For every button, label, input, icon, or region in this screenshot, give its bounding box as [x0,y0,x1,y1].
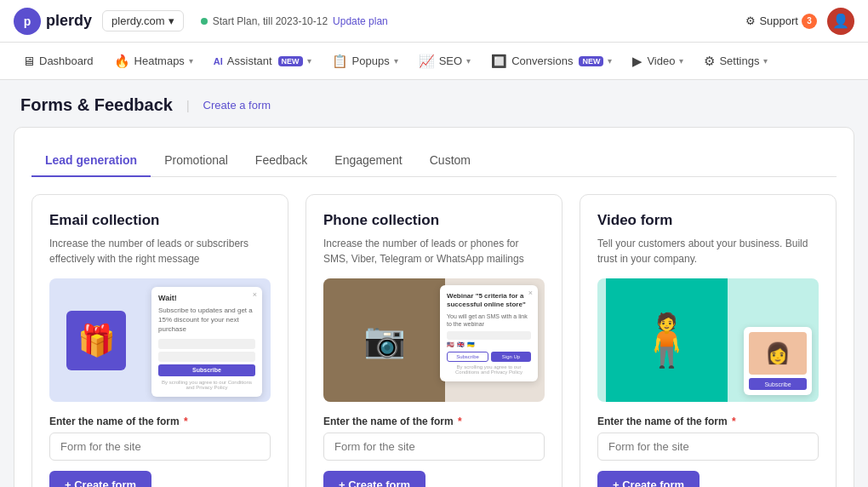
create-form-link[interactable]: Create a form [203,99,271,112]
chevron-down-icon: ▾ [307,56,311,66]
site-selector-label: plerdy.com [111,14,165,27]
subscribe-label: Subscribe [456,354,479,359]
site-selector[interactable]: plerdy.com ▾ [102,10,184,32]
person-image: 🧍 [606,278,728,402]
popup-mock-email-input [158,339,255,349]
video-popup-thumbnail: 👩 [749,332,807,375]
email-card-title: Email collection [49,212,271,229]
phone-flags: 🇺🇸 🇬🇧 🇺🇦 [447,341,531,348]
close-icon: × [528,289,533,297]
main-nav: 🖥 Dashboard 🔥 Heatmaps ▾ AI Assistant NE… [0,43,868,80]
page-title: Forms & Feedback [20,95,173,115]
plan-label: Start Plan, till 2023-10-12 [213,15,328,27]
phone-preview-inner: 📷 × Webinar "5 criteria for a successful… [323,278,545,402]
plan-status-dot [201,18,208,25]
sidebar-item-video[interactable]: ▶ Video ▾ [624,49,692,74]
subscribe-label: Subscribe [764,381,791,387]
required-indicator: * [732,415,736,427]
person-icon: 👩 [765,341,791,365]
sidebar-item-heatmaps[interactable]: 🔥 Heatmaps ▾ [106,49,202,74]
dashboard-icon: 🖥 [22,54,35,68]
page-header: Forms & Feedback | Create a form [0,80,868,127]
phone-popup-input [447,331,531,340]
email-card-desc: Increase the number of leads or subscrib… [49,236,271,266]
phone-popup-title: Webinar "5 criteria for a successful onl… [447,292,531,310]
phone-popup-buttons: Subscribe Sign Up [447,352,531,362]
email-preview-inner: 🎁 × Wait! Subscribe to updates and get a… [49,278,271,402]
video-form-label: Enter the name of the form * [597,415,819,427]
nav-label-settings: Settings [719,54,759,67]
seo-icon: 📈 [419,54,435,69]
phone-card-desc: Increase the number of leads or phones f… [323,236,545,266]
support-button[interactable]: ⚙ Support 3 [745,14,817,29]
logo-text: plerdy [46,12,92,30]
phone-collection-card: Phone collection Increase the number of … [306,194,562,487]
tab-custom[interactable]: Custom [416,145,484,177]
chevron-down-icon: ▾ [168,14,174,27]
email-form-name-input[interactable] [49,433,271,461]
new-badge-conversions: NEW [579,56,603,66]
phone-form-name-input[interactable] [323,433,545,461]
video-create-form-button[interactable]: + Create form [597,471,700,487]
email-collection-card: Email collection Increase the number of … [31,194,288,487]
tab-promotional[interactable]: Promotional [151,145,242,177]
update-plan-link[interactable]: Update plan [333,15,388,27]
sidebar-item-conversions[interactable]: 🔲 Conversions NEW ▾ [483,49,620,74]
nav-label-popups: Popups [352,54,390,67]
topbar: p plerdy plerdy.com ▾ Start Plan, till 2… [0,0,868,43]
nav-label-conversions: Conversions [511,54,573,67]
phone-preview-area: 📷 × Webinar "5 criteria for a successful… [323,278,545,402]
chevron-down-icon: ▾ [466,56,471,66]
subscribe-btn-label: Subscribe [192,367,221,373]
sidebar-item-popups[interactable]: 📋 Popups ▾ [323,49,407,74]
settings-icon: ⚙ [704,54,715,69]
phone-popup-text: You will get an SMS with a link to the w… [447,312,531,328]
flag-3: 🇺🇦 [467,341,475,348]
heatmaps-icon: 🔥 [114,54,130,69]
popup-mock-footer: By scrolling you agree to our Conditions… [158,380,255,390]
phone-popup-footer: By scrolling you agree to our Conditions… [447,364,531,375]
popup-mock-title: Wait! [158,294,255,302]
sidebar-item-assistant[interactable]: AI Assistant NEW ▾ [205,49,320,72]
nav-label-dashboard: Dashboard [39,54,94,67]
video-preview-inner: 🧍 👩 Subscribe [597,278,819,402]
sidebar-item-settings[interactable]: ⚙ Settings ▾ [695,49,776,74]
chevron-down-icon: ▾ [763,56,768,66]
avatar-placeholder: 👤 [832,13,849,29]
tab-engagement[interactable]: Engagement [321,145,415,177]
gear-icon: ⚙ [745,14,756,27]
logo[interactable]: p plerdy [14,8,92,35]
topbar-right: ⚙ Support 3 👤 [745,8,854,35]
video-preview-area: 🧍 👩 Subscribe [597,278,819,402]
camera-image: 📷 [323,278,445,402]
video-card-title: Video form [597,212,819,229]
popup-mock-subscribe-btn: Subscribe [158,364,255,376]
new-badge: NEW [278,56,303,66]
flag-1: 🇺🇸 [447,341,454,348]
sidebar-item-seo[interactable]: 📈 SEO ▾ [410,49,479,74]
content-area: Lead generation Promotional Feedback Eng… [0,127,868,487]
nav-label-assistant: Assistant [227,54,272,67]
plan-badge: Start Plan, till 2023-10-12 Update plan [201,15,388,27]
phone-create-form-button[interactable]: + Create form [323,471,425,487]
sidebar-item-dashboard[interactable]: 🖥 Dashboard [14,49,102,73]
video-form-name-input[interactable] [597,433,819,461]
avatar[interactable]: 👤 [827,8,854,35]
required-indicator: * [184,415,188,427]
tab-lead-generation[interactable]: Lead generation [31,145,151,177]
phone-popup-signup-btn: Sign Up [491,352,531,362]
email-create-form-button[interactable]: + Create form [49,471,151,487]
video-icon: ▶ [632,54,642,69]
tab-feedback[interactable]: Feedback [242,145,321,177]
video-popup-btn: Subscribe [749,378,807,390]
popup-mock-name-input [158,352,255,362]
logo-icon: p [14,8,41,35]
phone-form-label: Enter the name of the form * [323,415,545,427]
required-indicator: * [458,415,462,427]
forms-card: Lead generation Promotional Feedback Eng… [14,127,854,487]
phone-popup-mock: × Webinar "5 criteria for a successful o… [440,285,538,381]
video-form-card: Video form Tell your customers about you… [580,194,837,487]
video-popup-mock: 👩 Subscribe [744,327,812,395]
assistant-icon: AI [214,56,223,66]
close-icon: × [253,290,257,299]
